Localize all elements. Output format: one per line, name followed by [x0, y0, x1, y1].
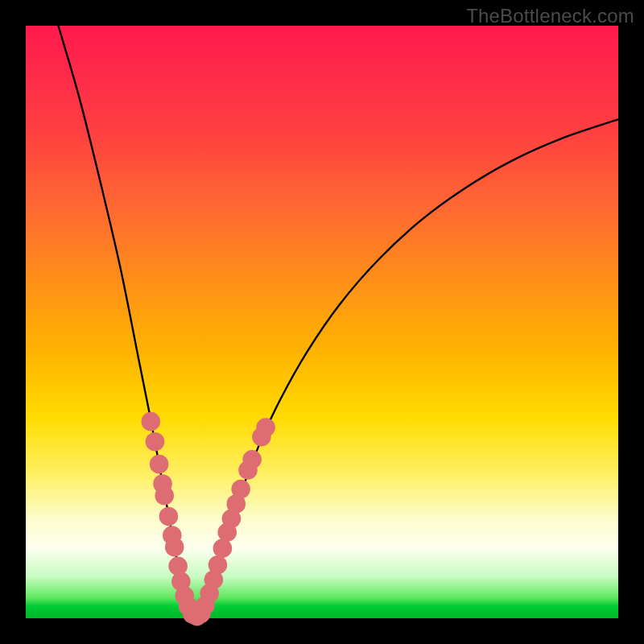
- dot: [208, 555, 228, 575]
- dot: [146, 432, 165, 452]
- dot: [231, 480, 250, 499]
- chart-frame: TheBottleneck.com: [0, 0, 644, 644]
- highlight-dots: [142, 412, 275, 626]
- dot: [142, 412, 161, 431]
- dot: [155, 486, 174, 506]
- watermark-text: TheBottleneck.com: [466, 5, 634, 27]
- dot: [165, 538, 184, 557]
- dot: [159, 507, 179, 526]
- bottleneck-curve: [58, 26, 618, 617]
- dot: [150, 455, 169, 474]
- plot-area: [26, 26, 618, 618]
- dot: [256, 418, 275, 437]
- dot: [213, 539, 233, 558]
- curve-layer: [26, 26, 618, 618]
- dot: [242, 450, 262, 469]
